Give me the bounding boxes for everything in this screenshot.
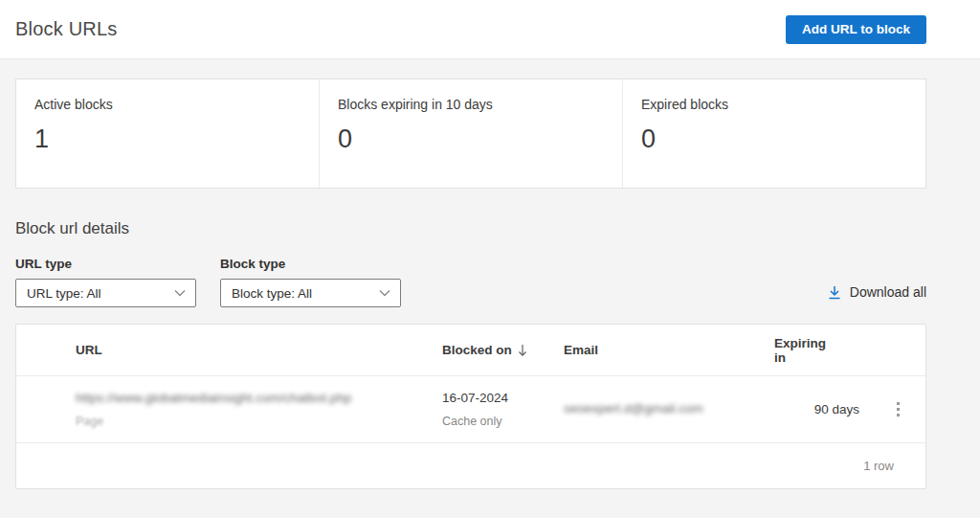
filter-block-type: Block type Block type: All bbox=[220, 257, 401, 307]
url-type-dropdown[interactable]: URL type: All bbox=[15, 279, 196, 307]
row-more-options-button[interactable] bbox=[884, 396, 911, 423]
stats-row: Active blocks 1 Blocks expiring in 10 da… bbox=[15, 79, 926, 189]
row-actions-cell bbox=[871, 396, 925, 423]
chevron-down-icon bbox=[379, 289, 390, 297]
blocked-url-text: https://www.globalmediainsight.com/chatb… bbox=[76, 391, 442, 406]
page-title: Block URLs bbox=[15, 18, 117, 40]
blocked-on-date: 16-07-2024 bbox=[442, 391, 564, 406]
expiring-in-cell: 90 days bbox=[774, 402, 871, 417]
stat-card-expired-blocks: Expired blocks 0 bbox=[623, 79, 925, 188]
stat-card-active-blocks: Active blocks 1 bbox=[16, 79, 320, 188]
url-type-text: Page bbox=[76, 415, 442, 428]
block-type-text: Cache only bbox=[442, 415, 564, 428]
download-icon bbox=[828, 285, 841, 300]
table-header-row: URL Blocked on Email Expiring in bbox=[16, 325, 925, 376]
stat-label: Expired blocks bbox=[641, 97, 925, 112]
filter-url-type: URL type URL type: All bbox=[15, 257, 196, 307]
row-count-text: 1 row bbox=[863, 459, 894, 473]
blocked-urls-table: URL Blocked on Email Expiring in bbox=[15, 324, 926, 489]
filter-block-type-label: Block type bbox=[220, 257, 401, 271]
add-url-to-block-button[interactable]: Add URL to block bbox=[786, 15, 926, 44]
url-type-dropdown-value: URL type: All bbox=[27, 286, 101, 301]
download-all-label: Download all bbox=[850, 284, 926, 300]
main-content: Active blocks 1 Blocks expiring in 10 da… bbox=[0, 79, 980, 489]
more-options-icon bbox=[897, 402, 900, 417]
filters-row: URL type URL type: All Block type Block … bbox=[15, 257, 926, 307]
table-footer: 1 row bbox=[16, 443, 925, 488]
column-header-email[interactable]: Email bbox=[564, 343, 774, 357]
blocked-on-cell: 16-07-2024 Cache only bbox=[442, 391, 564, 427]
column-header-url[interactable]: URL bbox=[76, 343, 442, 357]
sort-descending-icon bbox=[518, 344, 527, 357]
block-type-dropdown[interactable]: Block type: All bbox=[220, 279, 401, 307]
column-header-blocked-on[interactable]: Blocked on bbox=[442, 343, 564, 357]
email-text: seoexpert.d@gmail.com bbox=[564, 401, 774, 417]
stat-card-blocks-expiring: Blocks expiring in 10 days 0 bbox=[320, 79, 623, 188]
filter-url-type-label: URL type bbox=[15, 257, 196, 271]
download-all-button[interactable]: Download all bbox=[828, 284, 926, 307]
stat-value: 0 bbox=[338, 124, 622, 154]
stat-value: 0 bbox=[641, 124, 925, 154]
table-row: https://www.globalmediainsight.com/chatb… bbox=[16, 376, 925, 443]
block-type-dropdown-value: Block type: All bbox=[232, 286, 312, 301]
email-cell: seoexpert.d@gmail.com bbox=[564, 401, 774, 417]
stat-label: Blocks expiring in 10 days bbox=[338, 97, 622, 112]
stat-label: Active blocks bbox=[34, 97, 319, 112]
column-header-expiring-in[interactable]: Expiring in bbox=[774, 336, 871, 365]
stat-value: 1 bbox=[34, 124, 319, 154]
url-cell: https://www.globalmediainsight.com/chatb… bbox=[76, 391, 442, 427]
chevron-down-icon bbox=[174, 289, 186, 297]
page-header: Block URLs Add URL to block bbox=[0, 0, 980, 59]
section-heading: Block url details bbox=[15, 219, 926, 238]
